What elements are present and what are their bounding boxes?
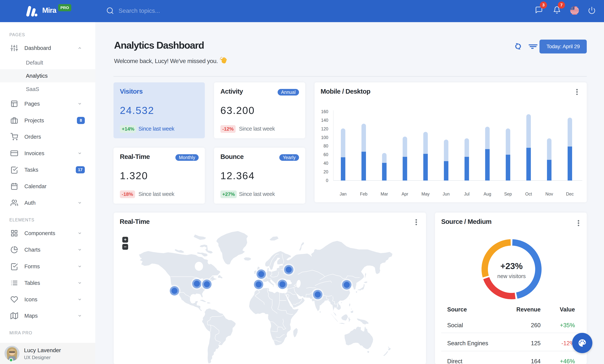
svg-text:164: 164 bbox=[531, 358, 541, 364]
svg-text:+46%: +46% bbox=[560, 358, 575, 364]
svg-text:Revenue: Revenue bbox=[516, 306, 541, 313]
svg-text:new visitors: new visitors bbox=[497, 273, 526, 279]
svg-text:Search Engines: Search Engines bbox=[447, 340, 488, 347]
svg-text:260: 260 bbox=[531, 322, 541, 328]
svg-text:125: 125 bbox=[531, 340, 541, 347]
svg-text:Source: Source bbox=[447, 306, 467, 313]
svg-text:Direct: Direct bbox=[447, 358, 462, 364]
svg-text:+23%: +23% bbox=[501, 261, 523, 271]
svg-text:Value: Value bbox=[560, 306, 575, 313]
svg-text:Social: Social bbox=[447, 322, 463, 328]
svg-text:+35%: +35% bbox=[560, 322, 575, 328]
